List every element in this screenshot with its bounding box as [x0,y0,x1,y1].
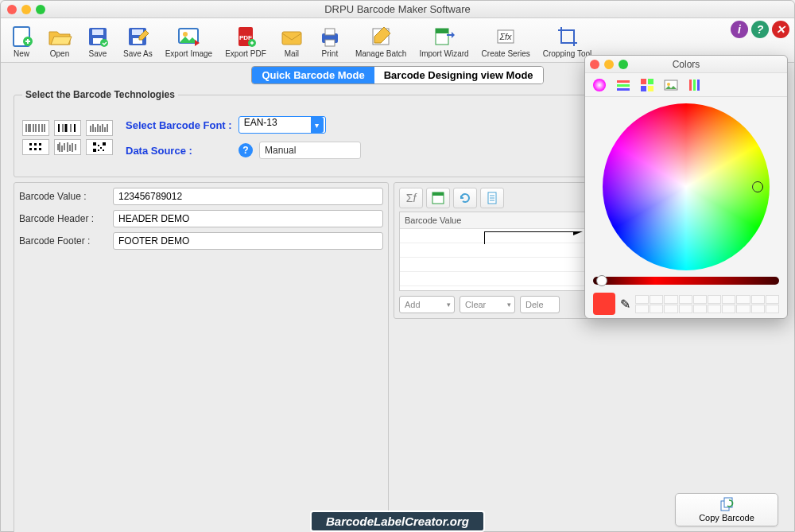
tab-design-mode[interactable]: Barcode Designing view Mode [374,67,543,83]
wheel-cursor-icon[interactable] [752,181,763,192]
svg-rect-87 [697,80,700,91]
svg-rect-62 [100,147,102,149]
svg-rect-78 [617,88,630,91]
svg-text:Σfx: Σfx [499,32,513,41]
barcode-type-thumb[interactable] [22,139,49,155]
toolbar-saveas-button[interactable]: Save As [118,22,157,60]
color-picker-toolbar [585,73,787,97]
barcode-thumbnails [22,120,113,155]
svg-rect-3 [92,29,103,35]
current-color-swatch[interactable] [593,293,615,315]
svg-rect-47 [29,148,32,150]
source-label: Data Source : [126,145,232,157]
grid-delete-button[interactable]: Dele [520,296,560,313]
header-label: Barcode Header : [19,213,107,224]
svg-rect-58 [93,142,96,146]
toolbar-cropping-tool-button[interactable]: Cropping Tool [538,22,597,60]
barcode-fields-panel: Barcode Value : Barcode Header : Barcode… [14,182,389,532]
svg-rect-61 [98,145,99,146]
data-source-field[interactable]: Manual [259,142,361,159]
pencils-mode-icon[interactable] [687,77,703,93]
grid-rotate-button[interactable] [453,188,477,208]
svg-rect-45 [34,143,37,146]
palette-mode-icon[interactable] [639,77,655,93]
col-header: Barcode Value [400,212,588,228]
grid-doc-button[interactable] [480,188,504,208]
svg-rect-64 [103,150,104,151]
grid-fx-button[interactable]: Σf [399,188,423,208]
barcode-type-thumb[interactable] [86,139,113,155]
grid-sheet-button[interactable] [426,188,450,208]
toolbar-save-button[interactable]: Save [80,22,115,60]
color-picker-titlebar: Colors [585,56,787,73]
color-picker-title: Colors [585,59,787,70]
toolbar-export-pdf-button[interactable]: PDFExport PDF [220,22,271,60]
svg-point-84 [667,83,670,86]
toolbar-manage-batch-button[interactable]: Manage Batch [351,22,412,60]
toolbar-mail-button[interactable]: Mail [274,22,309,60]
svg-rect-79 [641,79,646,84]
color-picker-window: Colors ✎ [584,55,788,319]
toolbar-right-icons: i ? ✕ [731,21,789,38]
tech-legend: Select the Barcode Technologies [22,89,178,100]
svg-point-5 [100,39,108,47]
font-label: Select Barcode Font : [126,119,232,131]
sliders-mode-icon[interactable] [615,77,631,93]
svg-rect-16 [325,29,335,35]
barcode-type-thumb[interactable] [22,120,49,136]
svg-point-75 [593,79,606,91]
svg-rect-85 [689,80,692,91]
svg-point-10 [183,32,188,37]
barcode-type-thumb[interactable] [54,139,81,155]
svg-rect-48 [34,148,37,150]
main-window: DRPU Barcode Maker Software New Open Sav… [0,0,795,532]
grid-clear-select[interactable]: Clear [460,296,515,313]
toolbar-create-series-button[interactable]: ΣfxCreate Series [477,22,535,60]
copy-icon [719,497,735,511]
svg-rect-66 [432,192,444,196]
svg-rect-44 [29,143,32,146]
help-icon[interactable]: ? [751,21,769,38]
svg-rect-77 [617,84,630,87]
titlebar: DRPU Barcode Maker Software [1,1,794,18]
svg-rect-17 [325,40,335,46]
value-label: Barcode Value : [19,191,107,202]
svg-rect-86 [693,80,696,91]
svg-rect-80 [648,79,653,84]
exit-icon[interactable]: ✕ [772,21,789,38]
toolbar-export-image-button[interactable]: Export Image [161,22,217,60]
footer-brand: BarcodeLabelCreator.org [1,511,794,531]
saved-colors-grid[interactable] [635,295,779,313]
svg-rect-63 [98,150,99,151]
image-mode-icon[interactable] [663,77,679,93]
svg-rect-46 [39,143,41,146]
svg-rect-49 [39,148,41,150]
svg-rect-14 [282,32,301,45]
tab-quick-mode[interactable]: Quick Barcode Mode [252,67,374,83]
help-icon[interactable]: ? [238,143,253,157]
grid-add-select[interactable]: Add [399,296,455,313]
toolbar-print-button[interactable]: Print [312,22,347,60]
svg-rect-59 [103,142,106,146]
toolbar-import-wizard-button[interactable]: Import Wizard [414,22,473,60]
brightness-slider[interactable] [593,277,779,285]
svg-rect-60 [93,149,96,152]
barcode-font-select[interactable]: EAN-13 [238,116,326,134]
slider-knob[interactable] [596,275,607,286]
barcode-type-thumb[interactable] [54,120,81,136]
barcode-footer-input[interactable] [113,232,383,250]
barcode-type-thumb[interactable] [86,120,113,136]
eyedropper-icon[interactable]: ✎ [620,297,630,312]
toolbar-new-button[interactable]: New [4,22,39,60]
info-icon[interactable]: i [731,21,748,38]
svg-rect-76 [617,80,630,83]
color-picker-footer: ✎ [585,288,787,320]
barcode-header-input[interactable] [113,210,383,227]
window-title: DRPU Barcode Maker Software [1,3,794,15]
wheel-mode-icon[interactable] [591,77,607,93]
svg-rect-20 [436,29,448,33]
barcode-value-input[interactable] [113,188,383,205]
toolbar-open-button[interactable]: Open [42,22,77,60]
svg-rect-81 [641,86,646,91]
color-wheel[interactable] [603,103,770,270]
